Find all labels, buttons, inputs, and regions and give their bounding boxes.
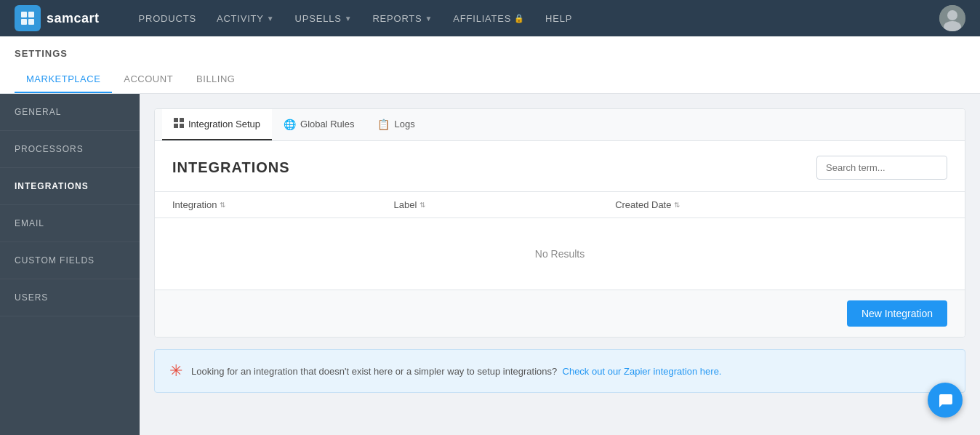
integrations-title: INTEGRATIONS xyxy=(172,159,290,176)
svg-rect-1 xyxy=(28,12,34,17)
nav-item-upsells[interactable]: UPSELLS ▼ xyxy=(285,0,363,36)
grid-icon xyxy=(174,118,184,130)
zapier-icon: ✳ xyxy=(169,362,182,380)
integrations-card: Integration Setup 🌐 Global Rules 📋 Logs … xyxy=(154,108,965,338)
new-integration-button[interactable]: New Integration xyxy=(847,300,947,327)
globe-icon: 🌐 xyxy=(284,119,296,130)
svg-rect-8 xyxy=(180,118,184,122)
logo[interactable]: samcart xyxy=(15,5,100,31)
logo-text: samcart xyxy=(47,11,100,26)
sort-icon: ⇅ xyxy=(419,201,425,209)
chevron-down-icon: ▼ xyxy=(425,15,433,23)
svg-rect-2 xyxy=(21,19,27,25)
sort-icon: ⇅ xyxy=(220,201,225,209)
sidebar: GENERAL PROCESSORS INTEGRATIONS EMAIL CU… xyxy=(0,94,140,435)
settings-title: SETTINGS xyxy=(15,36,965,66)
tab-logs[interactable]: 📋 Logs xyxy=(366,109,426,140)
avatar[interactable] xyxy=(939,5,965,31)
zapier-notice-text: Looking for an integration that doesn't … xyxy=(191,366,721,377)
nav-item-products[interactable]: PRODUCTS xyxy=(129,0,206,36)
sidebar-item-integrations[interactable]: INTEGRATIONS xyxy=(0,168,140,205)
nav-item-help[interactable]: HELP xyxy=(535,0,582,36)
tab-global-rules[interactable]: 🌐 Global Rules xyxy=(272,109,366,140)
table-header: Integration ⇅ Label ⇅ Created Date ⇅ xyxy=(155,191,965,218)
logo-icon xyxy=(15,5,41,31)
settings-tabs: MARKETPLACE ACCOUNT BILLING xyxy=(15,66,965,93)
svg-rect-10 xyxy=(180,124,184,128)
nav-items: PRODUCTS ACTIVITY ▼ UPSELLS ▼ REPORTS ▼ … xyxy=(129,0,917,36)
sidebar-item-processors[interactable]: PROCESSORS xyxy=(0,131,140,168)
logs-icon: 📋 xyxy=(377,119,390,130)
lock-icon: 🔒 xyxy=(514,14,525,23)
tab-label-global-rules: Global Rules xyxy=(300,119,354,129)
svg-rect-0 xyxy=(21,12,27,17)
col-header-label[interactable]: Label ⇅ xyxy=(394,199,616,210)
integrations-header: INTEGRATIONS xyxy=(155,141,965,191)
chevron-down-icon: ▼ xyxy=(267,15,275,23)
sidebar-item-custom-fields[interactable]: CUSTOM FIELDS xyxy=(0,242,140,279)
svg-point-5 xyxy=(947,10,957,20)
col-label-created-date: Created Date xyxy=(615,199,671,210)
top-navigation: samcart PRODUCTS ACTIVITY ▼ UPSELLS ▼ RE… xyxy=(0,0,980,36)
inner-tabs: Integration Setup 🌐 Global Rules 📋 Logs xyxy=(155,109,965,141)
no-results-text: No Results xyxy=(535,248,585,260)
zapier-link[interactable]: Check out our Zapier integration here. xyxy=(563,366,722,377)
table-body: No Results xyxy=(155,218,965,290)
tab-account[interactable]: ACCOUNT xyxy=(112,66,185,93)
main-layout: GENERAL PROCESSORS INTEGRATIONS EMAIL CU… xyxy=(0,94,980,435)
nav-item-affiliates[interactable]: AFFILIATES 🔒 xyxy=(443,0,535,36)
svg-rect-7 xyxy=(174,118,178,122)
nav-label-reports: REPORTS xyxy=(372,13,422,24)
tab-marketplace[interactable]: MARKETPLACE xyxy=(15,66,112,93)
sidebar-label-users: USERS xyxy=(15,292,48,303)
chat-button[interactable] xyxy=(928,383,963,418)
svg-rect-3 xyxy=(28,19,34,25)
nav-label-products: PRODUCTS xyxy=(139,13,196,24)
sidebar-label-general: GENERAL xyxy=(15,107,61,117)
nav-item-activity[interactable]: ACTIVITY ▼ xyxy=(206,0,285,36)
nav-label-help: HELP xyxy=(545,13,572,24)
sidebar-label-processors: PROCESSORS xyxy=(15,144,84,154)
sidebar-item-general[interactable]: GENERAL xyxy=(0,94,140,131)
content-area: Integration Setup 🌐 Global Rules 📋 Logs … xyxy=(140,94,980,435)
settings-header: SETTINGS MARKETPLACE ACCOUNT BILLING xyxy=(0,36,980,94)
tab-billing[interactable]: BILLING xyxy=(185,66,246,93)
sidebar-item-users[interactable]: USERS xyxy=(0,279,140,316)
nav-label-activity: ACTIVITY xyxy=(217,13,264,24)
tab-label-integration-setup: Integration Setup xyxy=(188,119,260,129)
card-footer: New Integration xyxy=(155,290,965,337)
col-header-integration[interactable]: Integration ⇅ xyxy=(172,199,394,210)
sidebar-label-email: EMAIL xyxy=(15,218,44,228)
chevron-down-icon: ▼ xyxy=(345,15,353,23)
sidebar-label-custom-fields: CUSTOM FIELDS xyxy=(15,255,95,266)
col-label-integration: Integration xyxy=(172,199,217,210)
nav-label-upsells: UPSELLS xyxy=(295,13,342,24)
zapier-notice: ✳ Looking for an integration that doesn'… xyxy=(154,349,965,393)
col-label-label: Label xyxy=(394,199,417,210)
tab-label-logs: Logs xyxy=(394,119,414,129)
sort-icon: ⇅ xyxy=(674,201,680,209)
svg-rect-9 xyxy=(174,124,178,128)
sidebar-item-email[interactable]: EMAIL xyxy=(0,205,140,242)
col-header-created-date[interactable]: Created Date ⇅ xyxy=(615,199,837,210)
sidebar-label-integrations: INTEGRATIONS xyxy=(15,181,89,191)
search-input[interactable] xyxy=(816,156,947,180)
col-header-actions xyxy=(837,199,947,210)
nav-item-reports[interactable]: REPORTS ▼ xyxy=(362,0,443,36)
tab-integration-setup[interactable]: Integration Setup xyxy=(162,109,272,140)
nav-label-affiliates: AFFILIATES xyxy=(453,13,511,24)
